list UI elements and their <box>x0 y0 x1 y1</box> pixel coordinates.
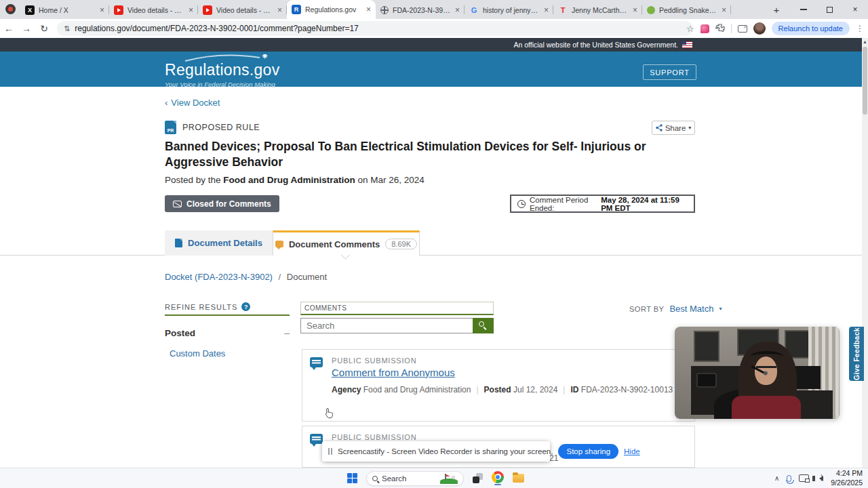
hide-link[interactable]: Hide <box>624 447 640 455</box>
posted-filter-section[interactable]: Posted – <box>165 327 290 338</box>
gov-banner: An official website of the United States… <box>0 38 862 52</box>
x-icon: X <box>25 5 35 15</box>
site-info-icon[interactable]: ⇅ <box>64 24 70 33</box>
chevron-left-icon: ‹ <box>165 98 167 108</box>
tab-regulations-active[interactable]: R Regulations.gov × <box>287 0 376 19</box>
public-submission-icon <box>310 434 323 444</box>
document-type-row: PR PROPOSED RULE <box>165 121 260 134</box>
posting-agency: Food and Drug Administration <box>223 175 355 185</box>
taskbar-clock[interactable]: 4:24 PM 9/26/2025 <box>831 469 863 487</box>
regulations-icon: R <box>292 5 301 14</box>
site-tagline: Your Voice in Federal Decision Making <box>165 81 279 88</box>
gov-banner-text: An official website of the United States… <box>513 41 678 49</box>
support-button[interactable]: SUPPORT <box>643 64 696 80</box>
tab-close-icon[interactable]: × <box>366 5 371 14</box>
site-logo[interactable]: Regulations.gov Your Voice in Federal De… <box>165 56 279 88</box>
caret-down-icon: ▾ <box>688 125 691 131</box>
youtube-icon <box>203 5 212 15</box>
search-button[interactable] <box>473 318 494 333</box>
ted-icon: T <box>558 5 568 15</box>
browser-menu-icon[interactable]: ⋮ <box>856 24 864 33</box>
speaker-icon[interactable] <box>819 476 823 481</box>
recording-indicator-icon <box>5 4 16 14</box>
chrome-icon <box>492 471 504 483</box>
start-button[interactable] <box>347 473 357 483</box>
share-button[interactable]: Share ▾ <box>652 121 695 135</box>
url-text: regulations.gov/document/FDA-2023-N-3902… <box>75 24 359 33</box>
toolbar-divider <box>731 24 732 33</box>
breadcrumb: Docket (FDA-2023-N-3902) / Document <box>165 272 327 282</box>
tab-fda-document[interactable]: FDA-2023-N-3902-1000 × <box>376 1 465 19</box>
screen-share-icon[interactable] <box>799 474 809 482</box>
reload-icon[interactable]: ↻ <box>35 23 53 34</box>
window-close-button[interactable]: × <box>842 0 868 19</box>
tab-close-icon[interactable]: × <box>189 6 193 14</box>
file-explorer-button[interactable] <box>513 474 524 483</box>
clock-icon <box>517 200 526 208</box>
tab-close-icon[interactable]: × <box>633 6 637 14</box>
bookmark-star-icon[interactable]: ☆ <box>686 24 694 34</box>
page-scrollbar[interactable]: ▲ <box>862 38 868 468</box>
stop-sharing-button[interactable]: Stop sharing <box>558 444 618 459</box>
comments-count-badge: 8.69K <box>385 239 417 249</box>
wall-picture-frame <box>694 331 719 362</box>
side-panel-icon[interactable] <box>738 25 747 33</box>
youtube-icon <box>114 5 123 15</box>
tab-youtube-2[interactable]: Video details - YouTube S × <box>198 1 287 19</box>
tab-google-search[interactable]: G history of jenny mccarth × <box>465 1 553 19</box>
scrollbar-thumb[interactable] <box>863 47 867 115</box>
pinned-extension-icon[interactable] <box>701 24 709 33</box>
help-icon[interactable]: ? <box>241 302 250 311</box>
tab-close-icon[interactable]: × <box>100 6 104 14</box>
tab-ted[interactable]: T Jenny McCarthy on Autis × <box>553 1 642 19</box>
chrome-taskbar-button[interactable] <box>492 471 504 486</box>
browser-toolbar: ← → ↻ ⇅ regulations.gov/document/FDA-202… <box>0 19 868 38</box>
skeptoid-icon <box>647 6 655 14</box>
collapse-minus-icon[interactable]: – <box>284 327 290 338</box>
comment-link[interactable]: Comment from Anonymous <box>332 367 455 378</box>
new-tab-button[interactable]: + <box>770 3 783 16</box>
public-submission-icon <box>310 357 323 367</box>
relaunch-button[interactable]: Relaunch to update <box>772 22 850 35</box>
forward-icon[interactable]: → <box>18 23 35 34</box>
task-view-button[interactable] <box>473 473 483 483</box>
view-docket-link[interactable]: ‹ View Docket <box>165 98 220 108</box>
tab-document-details[interactable]: Document Details <box>165 230 273 256</box>
taskbar-search[interactable]: Search <box>366 471 464 486</box>
site-header: Regulations.gov Your Voice in Federal De… <box>0 52 862 87</box>
tab-close-icon[interactable]: × <box>722 6 726 14</box>
google-icon: G <box>469 5 479 15</box>
browser-tab-strip: X Home / X × Video details - YouTube S ×… <box>0 0 868 19</box>
tab-close-icon[interactable]: × <box>277 6 282 14</box>
give-feedback-tab[interactable]: Give Feedback <box>849 327 864 381</box>
logo-flag-swoosh-icon <box>184 54 272 62</box>
window-minimize-button[interactable] <box>791 0 816 19</box>
comments-search-input[interactable] <box>300 318 473 333</box>
custom-dates-link[interactable]: Custom Dates <box>170 348 225 359</box>
webcam-overlay[interactable] <box>675 327 840 419</box>
screencastify-sharing-bar: Screencastify - Screen Video Recorder is… <box>322 441 550 462</box>
comments-search-label-box: COMMENTS <box>300 302 494 315</box>
address-bar[interactable]: ⇅ regulations.gov/document/FDA-2023-N-39… <box>57 21 693 36</box>
comment-period-box: Comment Period Ended: May 28, 2024 at 11… <box>510 195 695 213</box>
profile-avatar[interactable] <box>753 22 766 35</box>
breadcrumb-docket-link[interactable]: Docket (FDA-2023-N-3902) <box>165 272 273 282</box>
tab-skeptoid[interactable]: Peddling Snake Oil | Skep × <box>642 1 731 19</box>
tab-close-icon[interactable]: × <box>544 6 549 14</box>
window-maximize-button[interactable] <box>816 0 842 19</box>
microphone-icon[interactable] <box>787 475 791 482</box>
site-logo-text: Regulations.gov <box>165 61 279 79</box>
extensions-puzzle-icon[interactable] <box>715 24 725 33</box>
person-shirt <box>732 396 801 419</box>
tab-close-icon[interactable]: × <box>455 6 460 14</box>
closed-for-comments-button[interactable]: Closed for Comments <box>165 195 279 212</box>
tab-youtube-1[interactable]: Video details - YouTube S × <box>109 1 198 19</box>
comments-search-row <box>300 318 494 333</box>
scroll-up-icon[interactable]: ▲ <box>862 38 868 46</box>
refine-results-heading: REFINE RESULTS ? <box>165 302 250 311</box>
tray-chevron-icon[interactable]: ∧ <box>774 474 779 482</box>
back-icon[interactable]: ← <box>0 23 18 34</box>
sort-dropdown[interactable]: Best Match <box>669 304 713 314</box>
tab-home-x[interactable]: X Home / X × <box>20 1 109 19</box>
comment-icon <box>275 241 283 247</box>
